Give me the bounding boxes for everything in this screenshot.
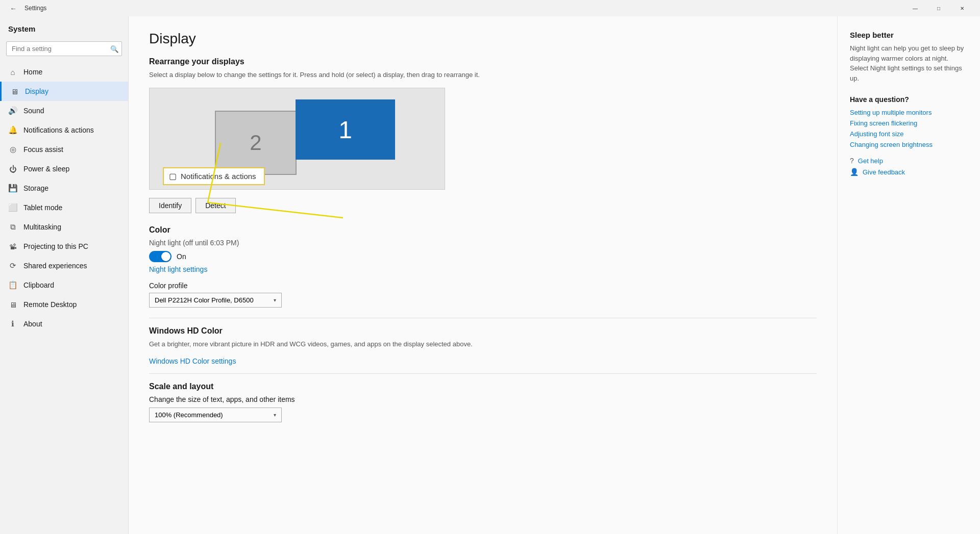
nav-label-display: Display	[25, 87, 48, 95]
sidebar-item-projecting[interactable]: 📽 Projecting to this PC	[0, 237, 128, 256]
sleep-title: Sleep better	[850, 31, 968, 39]
help-section: ? Get help 👤 Give feedback	[850, 157, 968, 176]
close-button[interactable]: ✕	[950, 0, 974, 16]
right-link[interactable]: Changing screen brightness	[850, 141, 933, 148]
nav-icon-storage: 💾	[8, 184, 17, 193]
right-link[interactable]: Adjusting font size	[850, 130, 904, 138]
nav-label-storage: Storage	[23, 184, 48, 192]
notif-action-box: ▢ Notifications & actions	[163, 167, 265, 185]
notif-box-label: Notifications & actions	[181, 172, 256, 181]
sidebar: System 🔍 ⌂ Home 🖥 Display 🔊 Sound 🔔 Noti…	[0, 16, 129, 534]
detect-button[interactable]: Detect	[195, 198, 235, 213]
sidebar-header: System	[0, 20, 128, 41]
right-panel-link: Setting up multiple monitors	[850, 109, 968, 116]
right-link[interactable]: Setting up multiple monitors	[850, 109, 932, 116]
night-light-toggle[interactable]	[149, 251, 172, 262]
maximize-button[interactable]: □	[927, 0, 950, 16]
monitor-2[interactable]: 2	[215, 111, 297, 175]
help-icon: ?	[850, 157, 854, 165]
right-panel: Sleep better Night light can help you ge…	[837, 16, 980, 534]
back-button[interactable]: ←	[6, 1, 20, 15]
feedback-item: 👤 Give feedback	[850, 168, 968, 176]
search-input[interactable]	[6, 41, 122, 56]
sidebar-item-clipboard[interactable]: 📋 Clipboard	[0, 275, 128, 295]
sidebar-item-storage[interactable]: 💾 Storage	[0, 179, 128, 198]
chevron-down-icon: ▾	[274, 297, 276, 303]
main-content: Display Rearrange your displays Select a…	[129, 16, 837, 534]
search-icon[interactable]: 🔍	[110, 45, 119, 53]
scale-select[interactable]: 100% (Recommended) ▾	[149, 408, 282, 422]
sleep-text: Night light can help you get to sleep by…	[850, 43, 968, 83]
rearrange-subtext: Select a display below to change the set…	[149, 70, 817, 80]
nav-icon-notifications: 🔔	[8, 125, 17, 135]
main-wrap: Display Rearrange your displays Select a…	[129, 16, 980, 534]
nav-icon-about: ℹ	[8, 319, 17, 328]
sidebar-item-notifications[interactable]: 🔔 Notifications & actions	[0, 120, 128, 140]
right-panel-link: Adjusting font size	[850, 130, 968, 138]
give-feedback-link[interactable]: Give feedback	[863, 168, 905, 176]
app-title: Settings	[24, 5, 46, 12]
sidebar-item-about[interactable]: ℹ About	[0, 314, 128, 334]
night-light-label: Night light (off until 6:03 PM)	[149, 239, 817, 247]
nav-label-projecting: Projecting to this PC	[23, 242, 88, 250]
get-help-link[interactable]: Get help	[858, 157, 883, 165]
nav-label-shared: Shared experiences	[23, 262, 87, 270]
app-body: System 🔍 ⌂ Home 🖥 Display 🔊 Sound 🔔 Noti…	[0, 16, 980, 534]
sidebar-item-home[interactable]: ⌂ Home	[0, 62, 128, 82]
nav-label-tablet: Tablet mode	[23, 204, 62, 212]
get-help-item: ? Get help	[850, 157, 968, 165]
titlebar: ← Settings — □ ✕	[0, 0, 980, 16]
display-area: 2 1 ▢ Notifications & actions	[149, 88, 445, 190]
right-panel-link: Changing screen brightness	[850, 141, 968, 148]
sidebar-item-focus[interactable]: ◎ Focus assist	[0, 140, 128, 159]
nav-label-focus: Focus assist	[23, 145, 63, 154]
notif-box-icon: ▢	[169, 171, 177, 181]
nav-label-clipboard: Clipboard	[23, 281, 54, 289]
night-light-settings-link[interactable]: Night light settings	[149, 265, 817, 273]
right-panel-link: Fixing screen flickering	[850, 119, 968, 127]
scale-subtext: Change the size of text, apps, and other…	[149, 395, 817, 403]
scale-heading: Scale and layout	[149, 382, 817, 391]
action-buttons: Identify Detect	[149, 198, 817, 213]
nav-icon-display: 🖥	[10, 87, 19, 96]
sidebar-item-sound[interactable]: 🔊 Sound	[0, 101, 128, 120]
right-links: Setting up multiple monitorsFixing scree…	[850, 109, 968, 148]
sidebar-item-shared[interactable]: ⟳ Shared experiences	[0, 256, 128, 275]
nav-icon-clipboard: 📋	[8, 281, 17, 290]
sidebar-item-multitasking[interactable]: ⧉ Multitasking	[0, 217, 128, 237]
nav-label-home: Home	[23, 68, 42, 76]
nav-icon-tablet: ⬜	[8, 203, 17, 212]
nav-label-remote: Remote Desktop	[23, 300, 77, 309]
nav-label-multitasking: Multitasking	[23, 223, 61, 231]
question-title: Have a question?	[850, 95, 968, 104]
toggle-thumb	[161, 252, 170, 261]
titlebar-controls: — □ ✕	[903, 0, 974, 16]
sidebar-item-display[interactable]: 🖥 Display	[0, 82, 128, 101]
nav-icon-projecting: 📽	[8, 242, 17, 251]
winhd-text: Get a brighter, more vibrant picture in …	[149, 340, 817, 349]
nav-list: ⌂ Home 🖥 Display 🔊 Sound 🔔 Notifications…	[0, 62, 128, 334]
nav-icon-remote: 🖥	[8, 300, 17, 309]
nav-label-notifications: Notifications & actions	[23, 126, 94, 134]
chevron-down-icon-2: ▾	[274, 412, 276, 418]
right-link[interactable]: Fixing screen flickering	[850, 119, 917, 127]
titlebar-left: ← Settings	[6, 1, 46, 15]
sidebar-item-power[interactable]: ⏻ Power & sleep	[0, 159, 128, 179]
winhd-heading: Windows HD Color	[149, 326, 817, 336]
identify-button[interactable]: Identify	[149, 198, 191, 213]
toggle-row: On	[149, 251, 817, 262]
nav-label-power: Power & sleep	[23, 165, 69, 173]
feedback-icon: 👤	[850, 168, 859, 176]
nav-icon-shared: ⟳	[8, 261, 17, 270]
search-box: 🔍	[6, 41, 122, 56]
nav-icon-power: ⏻	[8, 164, 17, 173]
sidebar-item-tablet[interactable]: ⬜ Tablet mode	[0, 198, 128, 217]
monitor-1[interactable]: 1	[296, 99, 395, 160]
minimize-button[interactable]: —	[903, 0, 927, 16]
color-profile-label: Color profile	[149, 282, 817, 290]
sidebar-item-remote[interactable]: 🖥 Remote Desktop	[0, 295, 128, 314]
color-heading: Color	[149, 225, 817, 235]
winhd-link[interactable]: Windows HD Color settings	[149, 357, 817, 365]
color-profile-select[interactable]: Dell P2212H Color Profile, D6500 ▾	[149, 293, 282, 308]
divider-1	[149, 318, 817, 318]
